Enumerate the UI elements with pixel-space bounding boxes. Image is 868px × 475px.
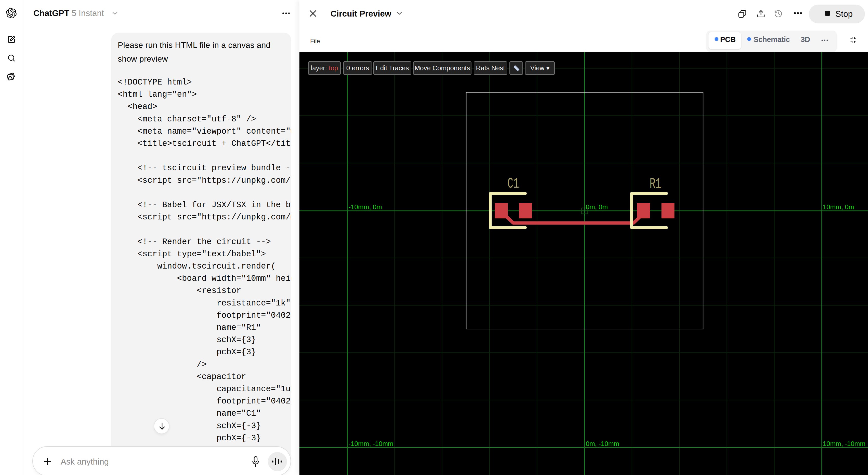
svg-text:0m, 0m: 0m, 0m bbox=[586, 203, 608, 211]
svg-text:-10mm, 0m: -10mm, 0m bbox=[349, 203, 382, 211]
svg-text:10mm, -10mm: 10mm, -10mm bbox=[823, 440, 866, 447]
svg-text:10mm, 0m: 10mm, 0m bbox=[823, 203, 854, 211]
svg-text:R1: R1 bbox=[650, 176, 661, 193]
svg-text:C1: C1 bbox=[507, 175, 519, 192]
svg-text:-10mm, -10mm: -10mm, -10mm bbox=[349, 440, 394, 447]
svg-text:0m, -10mm: 0m, -10mm bbox=[586, 440, 619, 447]
